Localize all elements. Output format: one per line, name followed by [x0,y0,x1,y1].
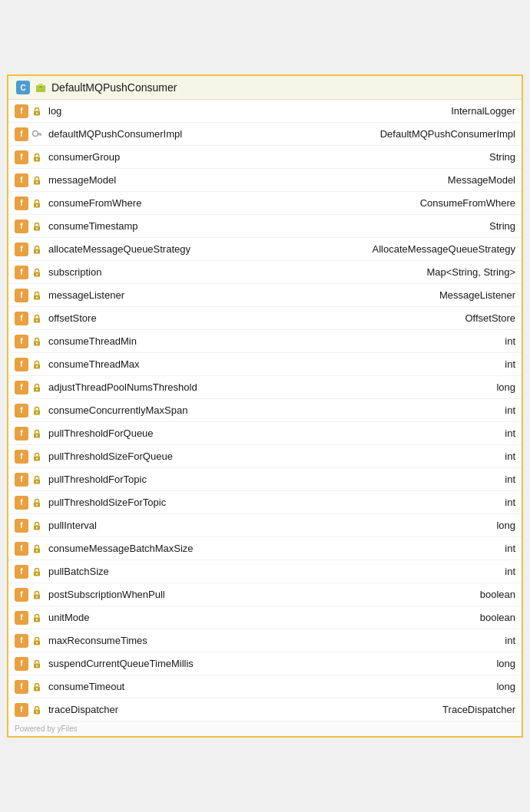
lock-icon [31,635,42,646]
svg-rect-16 [36,227,38,229]
svg-rect-50 [36,619,38,620]
lock-icon [31,682,42,692]
key-icon [31,129,42,140]
field-name: consumeThreadMax [48,358,497,370]
field-name: pullThresholdForQueue [48,427,497,439]
table-row: f maxReconsumeTimesint [8,629,522,652]
field-type: long [496,381,515,393]
field-name: consumeThreadMin [48,335,497,347]
field-f-icon: f [15,703,28,717]
svg-rect-36 [36,457,38,459]
svg-rect-44 [36,550,38,551]
field-name: consumerGroup [48,151,482,163]
field-name: allocateMessageQueueStrategy [48,243,365,255]
svg-rect-18 [36,250,38,252]
field-f-icon: f [15,519,28,533]
lock-icon [31,497,42,508]
svg-rect-38 [36,480,38,482]
field-f-icon: f [15,104,28,118]
field-f-icon: f [15,450,28,464]
lock-icon [31,428,42,439]
field-name: consumeConcurrentlyMaxSpan [48,404,497,416]
svg-rect-34 [36,434,38,436]
field-name: suspendCurrentQueueTimeMillis [48,658,489,669]
svg-point-5 [33,130,38,136]
table-row: f messageModelMessageModel [8,169,522,192]
field-f-icon: f [15,150,28,164]
field-type: boolean [480,589,515,600]
svg-rect-4 [36,112,38,114]
field-name: log [48,105,443,117]
field-type: int [505,404,515,416]
table-row: f pullThresholdSizeForQueueint [8,445,522,468]
lock-icon [31,566,42,577]
field-name: messageListener [48,289,432,301]
field-f-icon: f [15,427,28,441]
field-name: maxReconsumeTimes [48,635,497,646]
svg-rect-6 [38,133,42,134]
svg-rect-14 [36,204,38,206]
lock-icon [31,106,42,117]
field-name: pullThresholdSizeForTopic [48,497,497,508]
table-row: f pullThresholdSizeForTopicint [8,491,522,514]
field-f-icon: f [15,680,28,694]
field-name: offsetStore [48,312,457,324]
package-icon [35,81,47,94]
field-type: OffsetStore [465,312,515,324]
field-f-icon: f [15,358,28,371]
lock-icon [31,336,42,347]
field-f-icon: f [15,173,28,187]
field-f-icon: f [15,588,28,602]
table-row: f messageListenerMessageListener [8,284,522,307]
class-icon: C [16,81,30,94]
lock-icon [31,382,42,393]
field-type: Map<String, String> [426,266,515,278]
field-f-icon: f [15,381,28,394]
lock-icon [31,543,42,554]
lock-icon [31,405,42,416]
field-type: long [496,520,515,531]
svg-rect-10 [36,158,38,160]
field-f-icon: f [15,196,28,210]
svg-rect-40 [36,503,38,505]
table-row: f allocateMessageQueueStrategyAllocateMe… [8,238,522,261]
lock-icon [31,175,42,186]
field-f-icon: f [15,127,28,141]
lock-icon [31,198,42,209]
lock-icon [31,520,42,531]
field-name: consumeMessageBatchMaxSize [48,543,497,554]
watermark: Powered by yFiles [8,721,522,736]
table-row: f consumeMessageBatchMaxSizeint [8,537,522,560]
field-name: traceDispatcher [48,704,435,715]
field-type: int [505,474,515,485]
field-f-icon: f [15,634,28,648]
table-row: f consumeTimestampString [8,215,522,238]
field-name: postSubscriptionWhenPull [48,589,472,600]
field-f-icon: f [15,266,28,279]
table-row: f pullThresholdForTopicint [8,468,522,491]
field-type: String [489,220,515,232]
field-name: messageModel [48,174,440,186]
field-type: int [505,427,515,439]
table-row: f pullThresholdForQueueint [8,422,522,445]
lock-icon [31,359,42,370]
table-row: f consumeThreadMaxint [8,353,522,376]
svg-rect-32 [36,411,38,413]
table-row: f unitModeboolean [8,606,522,629]
svg-rect-48 [36,596,38,597]
table-row: f consumeThreadMinint [8,330,522,353]
class-panel: C DefaultMQPushConsumer f logInternalLog… [7,74,523,738]
table-row: f consumeConcurrentlyMaxSpanint [8,399,522,422]
field-f-icon: f [15,243,28,256]
svg-rect-20 [36,273,38,275]
svg-rect-30 [36,388,38,390]
field-name: consumeTimeout [48,681,489,692]
lock-icon [31,451,42,462]
table-row: f consumeFromWhereConsumeFromWhere [8,192,522,215]
lock-icon [31,612,42,623]
table-row: f postSubscriptionWhenPullboolean [8,583,522,606]
field-type: int [505,566,515,577]
field-f-icon: f [15,496,28,510]
table-row: f traceDispatcherTraceDispatcher [8,698,522,721]
field-type: MessageListener [439,289,515,301]
